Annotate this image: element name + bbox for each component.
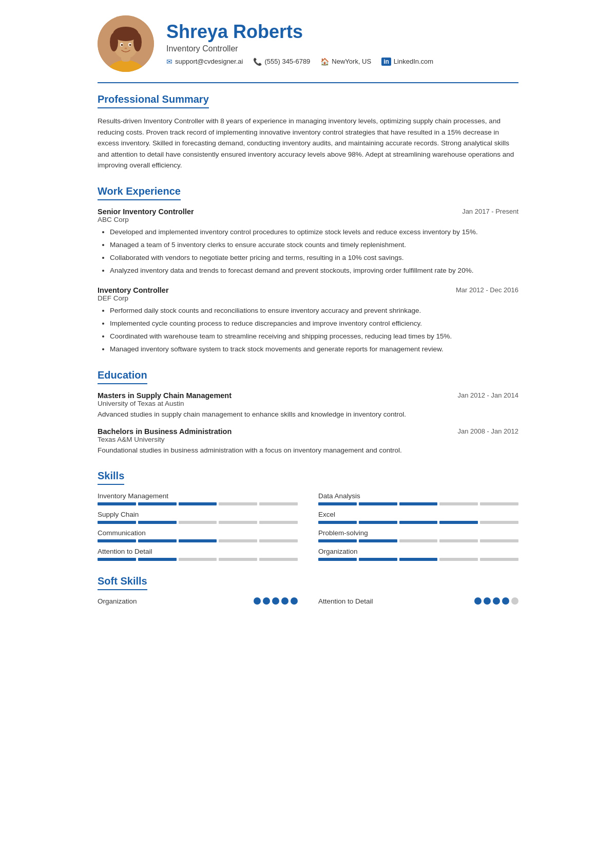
skill-item: Organization (318, 548, 518, 561)
summary-text: Results-driven Inventory Controller with… (98, 116, 518, 171)
soft-skill-name: Organization (98, 597, 137, 605)
header-divider (98, 82, 518, 83)
edu-header-0: Masters in Supply Chain Management Jan 2… (98, 391, 518, 400)
list-item: Implemented cycle counting process to re… (110, 318, 518, 330)
job-title-0: Senior Inventory Controller (98, 208, 194, 216)
skill-name: Inventory Management (98, 492, 298, 500)
skill-name: Attention to Detail (98, 548, 298, 555)
edu-date-0: Jan 2012 - Jan 2014 (457, 391, 518, 399)
soft-skills-section: Soft Skills OrganizationAttention to Det… (98, 575, 518, 605)
job-company-0: ABC Corp (98, 216, 518, 223)
skill-name: Communication (98, 529, 298, 537)
skills-grid: Inventory ManagementData AnalysisSupply … (98, 492, 518, 561)
skill-name: Problem-solving (318, 529, 518, 537)
job-bullets-0: Developed and implemented inventory cont… (98, 227, 518, 277)
skill-name: Supply Chain (98, 511, 298, 518)
skill-bar (318, 558, 518, 561)
soft-skill-dots (254, 597, 298, 605)
soft-skills-grid: OrganizationAttention to Detail (98, 597, 518, 605)
skill-bar (98, 521, 298, 524)
location-text: NewYork, US (332, 58, 371, 65)
edu-entry-0: Masters in Supply Chain Management Jan 2… (98, 391, 518, 420)
list-item: Performed daily stock counts and reconci… (110, 305, 518, 317)
skills-section: Skills Inventory ManagementData Analysis… (98, 470, 518, 561)
job-header-0: Senior Inventory Controller Jan 2017 - P… (98, 208, 518, 216)
candidate-name: Shreya Roberts (166, 22, 518, 42)
skill-name: Excel (318, 511, 518, 518)
skill-bar (318, 502, 518, 505)
work-experience-title: Work Experience (98, 185, 181, 200)
soft-skill-item: Organization (98, 597, 298, 605)
professional-summary-title: Professional Summary (98, 93, 209, 108)
edu-institution-0: University of Texas at Austin (98, 400, 518, 407)
email-icon: ✉ (166, 58, 172, 66)
job-entry-1: Inventory Controller Mar 2012 - Dec 2016… (98, 286, 518, 355)
job-title-1: Inventory Controller (98, 286, 169, 294)
svg-point-6 (133, 33, 142, 51)
skills-title: Skills (98, 470, 124, 485)
svg-point-9 (121, 44, 123, 46)
soft-skill-item: Attention to Detail (318, 597, 518, 605)
education-section: Education Masters in Supply Chain Manage… (98, 369, 518, 456)
list-item: Developed and implemented inventory cont… (110, 227, 518, 238)
job-header-1: Inventory Controller Mar 2012 - Dec 2016 (98, 286, 518, 294)
skill-item: Data Analysis (318, 492, 518, 505)
edu-desc-1: Foundational studies in business adminis… (98, 445, 518, 456)
job-entry-0: Senior Inventory Controller Jan 2017 - P… (98, 208, 518, 277)
svg-point-10 (129, 44, 131, 46)
email-text: support@cvdesigner.ai (175, 58, 243, 65)
candidate-title: Inventory Controller (166, 44, 518, 53)
skill-item: Problem-solving (318, 529, 518, 542)
work-experience-section: Work Experience Senior Inventory Control… (98, 185, 518, 355)
edu-degree-1: Bachelors in Business Administration (98, 427, 232, 436)
skill-bar (98, 502, 298, 505)
professional-summary-section: Professional Summary Results-driven Inve… (98, 93, 518, 171)
skill-item: Excel (318, 511, 518, 524)
skill-bar (318, 539, 518, 542)
skill-item: Attention to Detail (98, 548, 298, 561)
header-info: Shreya Roberts Inventory Controller ✉ su… (166, 22, 518, 66)
list-item: Collaborated with vendors to negotiate b… (110, 252, 518, 264)
edu-desc-0: Advanced studies in supply chain managem… (98, 409, 518, 420)
list-item: Managed a team of 5 inventory clerks to … (110, 239, 518, 251)
job-company-1: DEF Corp (98, 294, 518, 302)
job-date-1: Mar 2012 - Dec 2016 (456, 286, 518, 294)
soft-skill-dots (474, 597, 518, 605)
location-icon: 🏠 (320, 58, 329, 66)
svg-point-5 (110, 33, 118, 51)
list-item: Coordinated with warehouse team to strea… (110, 331, 518, 343)
skill-name: Organization (318, 548, 518, 555)
list-item: Managed inventory software system to tra… (110, 344, 518, 355)
skill-bar (318, 521, 518, 524)
skill-name: Data Analysis (318, 492, 518, 500)
education-title: Education (98, 369, 147, 384)
contact-phone: 📞 (555) 345-6789 (253, 58, 310, 66)
contact-linkedin: in LinkedIn.com (381, 58, 433, 66)
soft-skill-name: Attention to Detail (318, 597, 373, 605)
skill-item: Inventory Management (98, 492, 298, 505)
linkedin-text: LinkedIn.com (394, 58, 433, 65)
list-item: Analyzed inventory data and trends to fo… (110, 265, 518, 277)
contact-list: ✉ support@cvdesigner.ai 📞 (555) 345-6789… (166, 58, 518, 66)
resume-header: Shreya Roberts Inventory Controller ✉ su… (98, 15, 518, 72)
edu-entry-1: Bachelors in Business Administration Jan… (98, 427, 518, 456)
contact-location: 🏠 NewYork, US (320, 58, 371, 66)
skill-bar (98, 558, 298, 561)
job-date-0: Jan 2017 - Present (462, 208, 518, 215)
skill-item: Supply Chain (98, 511, 298, 524)
job-bullets-1: Performed daily stock counts and reconci… (98, 305, 518, 355)
soft-skills-title: Soft Skills (98, 575, 147, 590)
phone-icon: 📞 (253, 58, 262, 66)
skill-item: Communication (98, 529, 298, 542)
edu-header-1: Bachelors in Business Administration Jan… (98, 427, 518, 436)
avatar (98, 15, 154, 72)
edu-date-1: Jan 2008 - Jan 2012 (457, 427, 518, 435)
edu-degree-0: Masters in Supply Chain Management (98, 391, 232, 400)
phone-text: (555) 345-6789 (264, 58, 310, 65)
skill-bar (98, 539, 298, 542)
svg-point-11 (125, 48, 127, 49)
edu-institution-1: Texas A&M University (98, 436, 518, 443)
linkedin-icon: in (381, 58, 391, 66)
contact-email: ✉ support@cvdesigner.ai (166, 58, 243, 66)
